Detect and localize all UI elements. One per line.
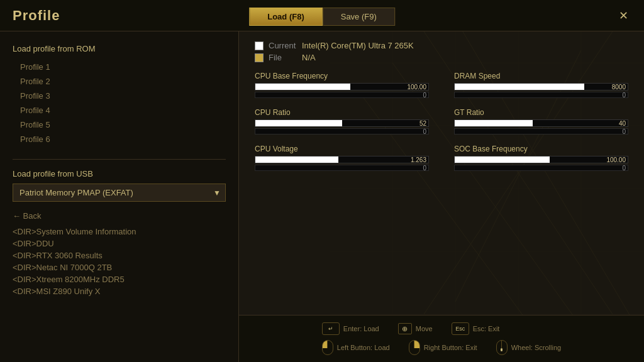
rom-section-title: Load profile from ROM <box>13 44 226 53</box>
hint-rows: ↵Enter: Load⊕MoveEscEsc: Exit Left Butto… <box>322 322 561 355</box>
usb-dropdown[interactable]: Patriot Memory PMAP (EXFAT) <box>13 184 226 202</box>
hint-label-row1-2: Esc: Exit <box>473 325 500 332</box>
metric-0: CPU Base Frequency 100.00 0 <box>255 72 429 98</box>
current-checkbox <box>255 41 264 50</box>
hint-row2-1: Right Button: Exit <box>409 340 477 355</box>
hint-label-row1-1: Move <box>416 325 433 332</box>
profile-4[interactable]: Profile 4 <box>13 103 226 118</box>
left-panel: Load profile from ROM Profile 1 Profile … <box>0 31 239 362</box>
divider <box>13 159 226 160</box>
file-value: N/A <box>302 53 316 62</box>
metric-bar-0: 100.00 <box>255 83 429 90</box>
hint-row1-1: ⊕Move <box>398 323 433 334</box>
metric-sub-bar-4: 0 <box>255 165 429 171</box>
dir-item-5[interactable]: <DIR>MSI Z890 Unify X <box>13 285 226 297</box>
profile-6[interactable]: Profile 6 <box>13 132 226 146</box>
metric-sub-value-4: 0 <box>423 165 426 172</box>
metric-4: CPU Voltage 1.263 0 <box>255 145 429 171</box>
dir-item-0[interactable]: <DIR>System Volume Information <box>13 226 226 238</box>
dir-list: <DIR>System Volume Information <DIR>DDU … <box>13 226 226 297</box>
info-row: Current Intel(R) Core(TM) Ultra 7 265K <box>255 41 628 50</box>
metric-bar-2: 52 <box>255 119 429 127</box>
hint-label-row1-0: Enter: Load <box>343 325 379 332</box>
metric-name-1: DRAM Speed <box>454 72 628 80</box>
metric-bar-5: 100.00 <box>454 156 628 163</box>
profile-list: Profile 1 Profile 2 Profile 3 Profile 4 … <box>13 60 226 146</box>
metric-value-0: 100.00 <box>407 84 426 91</box>
metric-1: DRAM Speed 8000 0 <box>454 72 628 98</box>
mouse-scroll-icon <box>496 340 508 355</box>
metric-bar-4: 1.263 <box>255 156 429 163</box>
dir-item-3[interactable]: <DIR>Netac NI 7000Q 2TB <box>13 261 226 273</box>
hint-label-row2-2: Wheel: Scrolling <box>511 344 561 351</box>
hint-row1-0: ↵Enter: Load <box>322 322 379 335</box>
main-layout: Load profile from ROM Profile 1 Profile … <box>0 31 644 362</box>
metric-sub-value-5: 0 <box>622 165 626 172</box>
action-buttons: Load (F8) Save (F9) <box>249 8 395 26</box>
hint-row2-2: Wheel: Scrolling <box>496 340 561 355</box>
page-title: Profile <box>13 8 60 24</box>
metric-sub-value-3: 0 <box>622 129 626 135</box>
hint-row1-2: EscEsc: Exit <box>452 322 500 335</box>
metric-sub-bar-0: 0 <box>255 92 429 98</box>
file-label: File <box>269 53 297 62</box>
keyboard-icon-0: ↵ <box>322 322 340 335</box>
hint-label-row2-1: Right Button: Exit <box>424 344 477 351</box>
metric-2: CPU Ratio 52 0 <box>255 108 429 134</box>
metric-bar-fill-0 <box>255 84 350 90</box>
metric-sub-value-0: 0 <box>423 92 426 99</box>
file-info-row: File N/A <box>255 53 628 62</box>
metric-bar-1: 8000 <box>454 83 628 90</box>
close-button[interactable]: ✕ <box>615 8 631 24</box>
current-label: Current <box>269 41 297 50</box>
dir-item-2[interactable]: <DIR>RTX 3060 Results <box>13 250 226 261</box>
usb-dropdown-wrapper: Patriot Memory PMAP (EXFAT) ▼ <box>13 184 226 202</box>
profile-5[interactable]: Profile 5 <box>13 118 226 132</box>
metric-bar-fill-1 <box>455 84 584 90</box>
metric-bar-fill-5 <box>455 156 550 163</box>
mouse-right-icon <box>409 340 420 355</box>
metric-sub-bar-1: 0 <box>454 92 628 98</box>
back-link[interactable]: ← Back <box>13 211 226 221</box>
arrows-icon: ⊕ <box>398 323 412 334</box>
right-panel-content: Current Intel(R) Core(TM) Ultra 7 265K F… <box>255 41 628 305</box>
metric-bar-fill-3 <box>455 120 533 126</box>
metric-sub-value-2: 0 <box>423 129 426 135</box>
metric-value-3: 40 <box>619 120 626 128</box>
metric-bar-3: 40 <box>454 119 628 127</box>
right-panel: Current Intel(R) Core(TM) Ultra 7 265K F… <box>239 31 644 362</box>
hint-row2-0: Left Button: Load <box>322 340 390 355</box>
metric-bar-fill-4 <box>255 156 338 163</box>
metric-name-3: GT Ratio <box>454 108 628 117</box>
metric-value-2: 52 <box>419 120 426 128</box>
metric-5: SOC Base Frequency 100.00 0 <box>454 145 628 171</box>
current-info: Current Intel(R) Core(TM) Ultra 7 265K <box>255 41 414 50</box>
metric-value-4: 1.263 <box>411 156 426 164</box>
dir-item-4[interactable]: <DIR>Xtreem 8200MHz DDR5 <box>13 273 226 285</box>
dir-item-1[interactable]: <DIR>DDU <box>13 238 226 250</box>
hint-label-row2-0: Left Button: Load <box>337 344 390 351</box>
metric-sub-bar-3: 0 <box>454 128 628 134</box>
metric-name-2: CPU Ratio <box>255 108 429 117</box>
save-button[interactable]: Save (F9) <box>323 8 395 26</box>
metric-sub-bar-2: 0 <box>255 128 429 134</box>
metric-name-4: CPU Voltage <box>255 145 429 153</box>
load-button[interactable]: Load (F8) <box>249 8 323 26</box>
metric-value-1: 8000 <box>612 84 626 91</box>
metric-bar-fill-2 <box>255 120 342 126</box>
metrics-grid: CPU Base Frequency 100.00 0 DRAM Speed 8… <box>255 72 628 175</box>
bottom-bar: ↵Enter: Load⊕MoveEscEsc: Exit Left Butto… <box>239 315 644 362</box>
profile-1[interactable]: Profile 1 <box>13 60 226 74</box>
profile-3[interactable]: Profile 3 <box>13 89 226 103</box>
metric-sub-bar-5: 0 <box>454 165 628 171</box>
mouse-left-icon <box>322 340 333 355</box>
metric-3: GT Ratio 40 0 <box>454 108 628 134</box>
usb-section-title: Load profile from USB <box>13 169 226 178</box>
metric-name-0: CPU Base Frequency <box>255 72 429 80</box>
current-value: Intel(R) Core(TM) Ultra 7 265K <box>302 41 414 50</box>
profile-2[interactable]: Profile 2 <box>13 74 226 89</box>
keyboard-icon-2: Esc <box>452 322 469 335</box>
metric-value-5: 100.00 <box>606 156 626 164</box>
file-checkbox <box>255 53 264 62</box>
metric-name-5: SOC Base Frequency <box>454 145 628 153</box>
